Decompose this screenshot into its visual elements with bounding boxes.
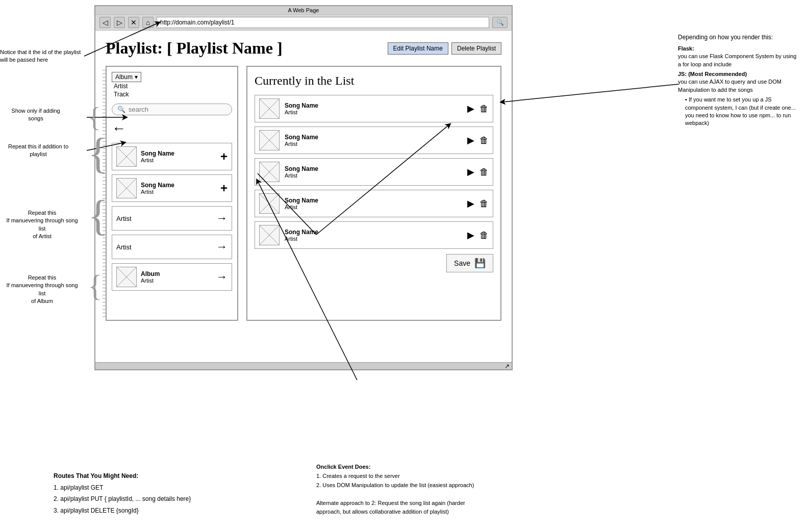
home-button[interactable]: ⌂ [142,17,154,28]
dropdown-button[interactable]: Album ▾ [112,72,141,82]
browser-search-button[interactable]: 🔍 [492,17,508,28]
artist-arrow-1[interactable]: → [216,212,228,225]
play-button-3[interactable]: ▶ [467,166,474,178]
svg-line-3 [502,84,678,102]
album-artist: Artist [141,277,212,284]
playlist-song-name-1: Song Name [285,102,462,109]
delete-song-button-4[interactable]: 🗑 [479,198,489,209]
playlist-song-2: Song Name Artist ▶ 🗑 [255,126,493,154]
play-button-4[interactable]: ▶ [467,198,474,209]
playlist-song-artist-1: Artist [285,109,462,115]
playlist-thumbnail-5 [259,225,280,245]
dropdown-item-track[interactable]: Track [112,90,232,98]
play-button-5[interactable]: ▶ [467,230,474,241]
note-routes: Routes That You Might Need: 1. api/playl… [54,470,191,517]
playlist-song-name-5: Song Name [285,229,462,236]
playlist-song-name-2: Song Name [285,134,462,141]
album-item-1: Album Artist → [112,263,232,291]
delete-song-button-3[interactable]: 🗑 [479,167,489,178]
artist-arrow-2[interactable]: → [216,240,228,254]
curly-brace-repeat-add: { [88,132,109,175]
dropdown-item-artist[interactable]: Artist [112,82,232,90]
playlist-song-1: Song Name Artist ▶ 🗑 [255,95,493,122]
curly-brace-repeat-artist: { [88,194,109,237]
album-name: Album [141,270,212,277]
song-item-2: Song Name Artist + [112,174,232,202]
save-button[interactable]: Save 💾 [446,254,493,272]
edit-playlist-button[interactable]: Edit Playlist Name [388,42,448,55]
close-button[interactable]: ✕ [128,17,139,28]
song-artist-2: Artist [141,189,216,195]
note-render: Depending on how you render this: Flask:… [678,33,800,128]
play-button-1[interactable]: ▶ [467,103,474,114]
song-thumbnail-1 [116,146,137,167]
note-onclick: Onclick Event Does: 1. Creates a request… [316,463,474,517]
forward-button[interactable]: ▷ [114,17,125,28]
curly-brace-show: { [88,103,101,131]
note-repeat-artist: Repeat thisIf manuevering through song l… [5,209,79,241]
playlist-song-3: Song Name Artist ▶ 🗑 [255,158,493,186]
back-button[interactable]: ◁ [99,17,111,28]
album-info: Album Artist [141,270,212,284]
playlist-thumbnail-4 [259,193,280,214]
play-button-2[interactable]: ▶ [467,135,474,146]
note-show-only: Show only if adding songs [5,107,66,123]
two-column-layout: Album ▾ Artist Track 🔍 ← So [106,66,501,321]
search-bar: 🔍 [112,104,232,115]
add-song-button-1[interactable]: + [220,150,228,163]
artist-label-1: Artist [116,215,212,222]
artist-label-2: Artist [116,243,212,251]
song-item-1: Song Name Artist + [112,143,232,170]
playlist-thumbnail-1 [259,98,280,119]
search-input[interactable] [129,106,226,113]
curly-brace-repeat-album: { [88,270,103,301]
address-bar[interactable] [157,17,489,28]
song-info-2: Song Name Artist [141,182,216,195]
playlist-thumbnail-2 [259,130,280,150]
note-repeat-album: Repeat thisIf manuevering through song l… [5,274,79,306]
playlist-song-artist-5: Artist [285,236,462,242]
playlist-thumbnail-3 [259,162,280,182]
playlist-song-artist-4: Artist [285,204,462,210]
note-repeat-add: Repeat this if addition to playlist [5,143,71,159]
album-thumbnail [116,267,137,287]
playlist-song-5: Song Name Artist ▶ 🗑 [255,221,493,249]
song-name-2: Song Name [141,182,216,189]
playlist-song-name-3: Song Name [285,165,462,172]
delete-song-button-2[interactable]: 🗑 [479,135,489,146]
song-info-1: Song Name Artist [141,150,216,163]
browser-content: Playlist: [ Playlist Name ] Edit Playlis… [95,31,512,362]
browser-scrollbar[interactable]: ↗ [95,362,512,369]
note-playlist-id: Notice that it the id of the playlist wi… [0,48,84,64]
page-header: Playlist: [ Playlist Name ] Edit Playlis… [106,39,501,58]
right-panel: Currently in the List Song Name Artist ▶… [246,66,501,321]
back-arrow-button[interactable]: ← [112,120,126,137]
left-panel: Album ▾ Artist Track 🔍 ← So [106,66,238,321]
browser-window: A Web Page ◁ ▷ ✕ ⌂ 🔍 Playlist: [ Playlis… [94,5,513,370]
browser-title-bar: A Web Page [95,6,512,15]
page-title: Playlist: [ Playlist Name ] [106,39,283,58]
playlist-song-info-1: Song Name Artist [285,102,462,115]
add-song-button-2[interactable]: + [220,182,228,194]
search-icon: 🔍 [117,106,125,113]
album-arrow[interactable]: → [216,270,228,284]
delete-song-button-5[interactable]: 🗑 [479,230,489,241]
playlist-song-info-5: Song Name Artist [285,229,462,242]
song-thumbnail-2 [116,178,137,198]
delete-playlist-button[interactable]: Delete Playlist [451,42,501,55]
playlist-song-info-2: Song Name Artist [285,134,462,147]
save-row: Save 💾 [255,254,493,272]
artist-item-2: Artist → [112,235,232,259]
song-name-1: Song Name [141,150,216,157]
dropdown-group: Album ▾ Artist Track [112,72,232,98]
delete-song-button-1[interactable]: 🗑 [479,104,489,114]
playlist-song-name-4: Song Name [285,197,462,204]
playlist-song-artist-3: Artist [285,172,462,179]
browser-toolbar: ◁ ▷ ✕ ⌂ 🔍 [95,15,512,31]
artist-item-1: Artist → [112,206,232,231]
playlist-song-artist-2: Artist [285,141,462,147]
header-buttons: Edit Playlist Name Delete Playlist [388,42,501,55]
right-panel-title: Currently in the List [255,74,493,88]
playlist-song-info-4: Song Name Artist [285,197,462,210]
playlist-song-info-3: Song Name Artist [285,165,462,179]
